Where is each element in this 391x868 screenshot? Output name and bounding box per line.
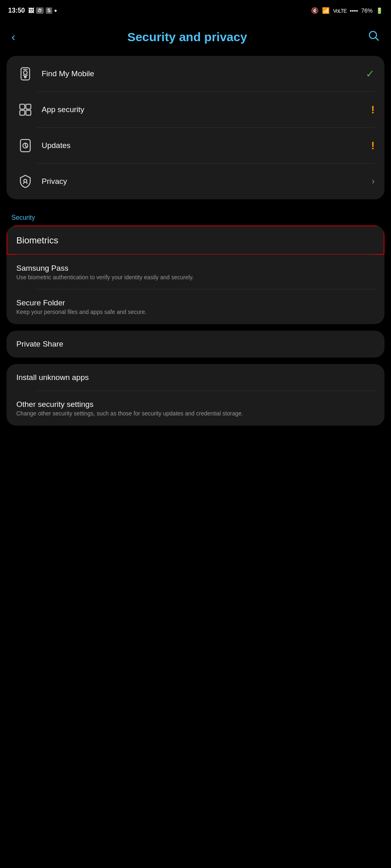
updates-warning-icon: ! <box>371 139 375 152</box>
battery-icon: 🔋 <box>376 7 383 14</box>
secure-folder-label: Secure Folder <box>16 298 375 307</box>
search-icon <box>367 29 380 42</box>
privacy-icon <box>16 172 34 190</box>
samsung-pass-label: Samsung Pass <box>16 264 375 273</box>
top-security-card: Find My Mobile ✓ App security ! <box>7 56 384 199</box>
svg-rect-9 <box>26 110 31 115</box>
other-security-settings-item[interactable]: Other security settings Change other sec… <box>7 391 384 426</box>
other-security-settings-sublabel: Change other security settings, such as … <box>16 410 375 417</box>
svg-rect-8 <box>20 110 25 115</box>
gallery-icon: 🖼 <box>28 7 34 14</box>
status-bar: 13:50 🖼 ⏱ S • 🔇 📶 VoLTE ▪▪▪▪ 76% 🔋 <box>0 0 391 20</box>
privacy-text: Privacy <box>42 177 367 186</box>
biometrics-item[interactable]: Biometrics <box>7 225 384 255</box>
security-card: Biometrics Samsung Pass Use biometric au… <box>7 225 384 324</box>
find-my-mobile-label: Find My Mobile <box>42 69 361 78</box>
mute-icon: 🔇 <box>311 7 319 14</box>
page-title: Security and privacy <box>9 30 366 44</box>
privacy-item[interactable]: Privacy › <box>7 163 384 199</box>
updates-text: Updates <box>42 141 366 150</box>
signal-icon: VoLTE <box>333 8 347 14</box>
svg-line-1 <box>376 38 379 41</box>
find-my-mobile-check-icon: ✓ <box>366 68 375 80</box>
wifi-icon: 📶 <box>322 7 330 14</box>
private-share-card: Private Share <box>7 331 384 358</box>
install-unknown-apps-text: Install unknown apps <box>16 373 375 382</box>
svg-point-5 <box>24 71 27 75</box>
app-security-warning-icon: ! <box>371 104 375 116</box>
s-icon: S <box>46 7 52 14</box>
samsung-pass-item[interactable]: Samsung Pass Use biometric authenticatio… <box>7 255 384 289</box>
status-app-icons: 🖼 ⏱ S • <box>28 7 57 14</box>
secure-folder-item[interactable]: Secure Folder Keep your personal files a… <box>7 289 384 324</box>
status-right-icons: 🔇 📶 VoLTE ▪▪▪▪ 76% 🔋 <box>311 7 383 14</box>
samsung-pass-sublabel: Use biometric authentication to verify y… <box>16 274 375 280</box>
search-button[interactable] <box>366 28 381 46</box>
find-mobile-icon <box>16 65 34 83</box>
updates-label: Updates <box>42 141 366 150</box>
app-security-item[interactable]: App security ! <box>7 92 384 128</box>
app-security-label: App security <box>42 105 366 114</box>
install-unknown-apps-label: Install unknown apps <box>16 373 375 382</box>
time-display: 13:50 <box>8 7 25 14</box>
other-security-settings-text: Other security settings Change other sec… <box>16 400 375 417</box>
svg-rect-6 <box>20 104 25 109</box>
dot-indicator: • <box>54 7 57 14</box>
install-settings-card: Install unknown apps Other security sett… <box>7 364 384 426</box>
privacy-chevron-icon: › <box>372 176 375 187</box>
secure-folder-text: Secure Folder Keep your personal files a… <box>16 298 375 315</box>
find-my-mobile-item[interactable]: Find My Mobile ✓ <box>7 56 384 92</box>
private-share-text: Private Share <box>16 340 375 349</box>
svg-point-0 <box>369 31 377 39</box>
install-unknown-apps-item[interactable]: Install unknown apps <box>7 364 384 391</box>
privacy-label: Privacy <box>42 177 367 186</box>
secure-folder-sublabel: Keep your personal files and apps safe a… <box>16 309 375 315</box>
other-security-settings-label: Other security settings <box>16 400 375 409</box>
battery-level: 76% <box>361 7 373 14</box>
svg-rect-7 <box>26 104 31 109</box>
clock-icon: ⏱ <box>36 7 44 14</box>
status-time: 13:50 🖼 ⏱ S • <box>8 7 57 14</box>
samsung-pass-text: Samsung Pass Use biometric authenticatio… <box>16 264 375 280</box>
private-share-label: Private Share <box>16 340 375 349</box>
security-section-label: Security <box>0 206 391 225</box>
private-share-item[interactable]: Private Share <box>7 331 384 358</box>
signal-bars-icon: ▪▪▪▪ <box>350 7 358 14</box>
updates-icon <box>16 137 34 155</box>
app-security-text: App security <box>42 105 366 114</box>
updates-item[interactable]: Updates ! <box>7 128 384 163</box>
find-my-mobile-text: Find My Mobile <box>42 69 361 78</box>
biometrics-label: Biometrics <box>16 235 375 246</box>
app-security-icon <box>16 101 34 119</box>
page-header: ‹ Security and privacy <box>0 20 391 56</box>
